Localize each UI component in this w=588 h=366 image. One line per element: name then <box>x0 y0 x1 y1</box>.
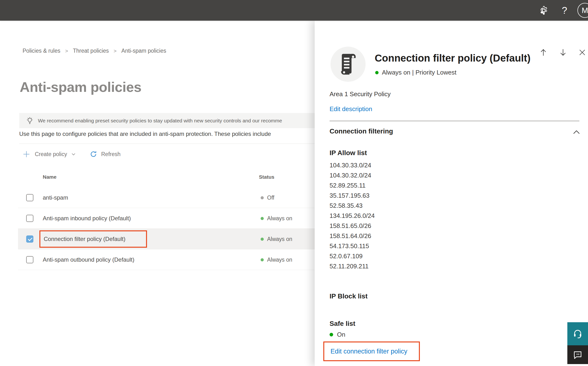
ip-entry: 104.30.32.0/24 <box>330 170 375 180</box>
ip-entry: 35.157.195.63 <box>330 191 375 201</box>
ip-entry: 52.11.209.211 <box>330 261 375 271</box>
ip-entry: 54.173.50.115 <box>330 241 375 251</box>
status-dot-on-icon <box>261 258 264 261</box>
help-button[interactable]: ? <box>558 0 571 21</box>
status-cell: Always on <box>261 215 292 222</box>
status-text: Always on <box>267 215 292 222</box>
safe-list-title: Safe list <box>330 320 355 328</box>
status-dot-on-icon <box>330 333 333 336</box>
table-row-anti-spam[interactable]: anti-spam Off <box>18 187 315 208</box>
row-checkbox[interactable] <box>26 194 33 201</box>
feedback-button[interactable] <box>567 345 588 364</box>
ip-entry: 158.51.65.0/26 <box>330 221 375 231</box>
close-panel-button[interactable] <box>577 48 587 57</box>
arrow-down-icon <box>559 48 567 57</box>
breadcrumb-separator-icon: > <box>114 48 117 54</box>
chevron-up-icon <box>573 129 580 135</box>
policy-icon-circle <box>331 47 366 82</box>
details-panel: Connection filter policy (Default) Alway… <box>315 21 588 366</box>
status-cell: Always on <box>261 236 292 242</box>
breadcrumb-policies-rules[interactable]: Policies & rules <box>22 48 60 54</box>
status-cell: Off <box>261 195 274 201</box>
status-dot-on-icon <box>261 238 264 241</box>
help-icon: ? <box>562 5 567 16</box>
safe-list-status-text: On <box>337 331 345 338</box>
close-icon <box>578 48 586 56</box>
status-dot-on-icon <box>261 217 264 220</box>
breadcrumb-anti-spam-policies[interactable]: Anti-spam policies <box>121 48 166 54</box>
policy-name[interactable]: anti-spam <box>43 194 68 201</box>
column-header-name[interactable]: Name <box>43 174 56 180</box>
panel-title: Connection filter policy (Default) <box>375 53 531 64</box>
row-checkbox[interactable] <box>26 256 33 263</box>
policy-name[interactable]: Anti-spam outbound policy (Default) <box>43 256 134 263</box>
breadcrumb-threat-policies[interactable]: Threat policies <box>73 48 109 54</box>
policy-name[interactable]: Anti-spam inbound policy (Default) <box>43 215 131 222</box>
column-header-status[interactable]: Status <box>259 174 274 180</box>
edit-connection-filter-policy-link[interactable]: Edit connection filter policy <box>331 348 407 355</box>
recommendation-banner: We recommend enabling preset security po… <box>19 113 315 128</box>
gear-icon <box>539 5 549 15</box>
arrow-up-icon <box>539 48 548 57</box>
status-dot-off-icon <box>261 196 264 199</box>
chevron-down-icon <box>71 152 76 157</box>
account-avatar[interactable]: M <box>577 3 588 18</box>
policy-description: Area 1 Security Policy <box>330 91 390 98</box>
ip-entry: 52.89.255.11 <box>330 180 375 191</box>
policy-name[interactable]: Connection filter policy (Default) <box>44 236 125 242</box>
app-window: ? M Policies & rules > Threat policies >… <box>0 0 588 366</box>
create-policy-label: Create policy <box>35 151 67 158</box>
create-policy-button[interactable]: Create policy <box>23 151 76 158</box>
ip-allow-list: 104.30.33.0/24 104.30.32.0/24 52.89.255.… <box>330 160 375 271</box>
previous-item-button[interactable] <box>538 48 548 57</box>
feedback-speech-bubble-icon <box>573 350 583 360</box>
ip-allow-list-title: IP Allow list <box>330 149 367 157</box>
refresh-label: Refresh <box>101 151 121 158</box>
edit-description-link[interactable]: Edit description <box>330 105 372 113</box>
top-bar: ? M <box>0 0 588 21</box>
collapse-section-button[interactable] <box>573 129 580 136</box>
status-text: Always on <box>267 236 292 242</box>
panel-status-text: Always on | Priority Lowest <box>382 69 456 76</box>
table-row-outbound-policy[interactable]: Anti-spam outbound policy (Default) Alwa… <box>18 249 315 270</box>
status-cell: Always on <box>261 257 292 263</box>
plus-icon <box>23 151 30 158</box>
status-text: Off <box>267 195 274 201</box>
page-title: Anti-spam policies <box>20 79 141 95</box>
next-item-button[interactable] <box>558 48 568 57</box>
avatar-initial: M <box>582 6 588 15</box>
ip-entry: 52.0.67.109 <box>330 251 375 261</box>
section-connection-filtering: Connection filtering <box>330 128 393 135</box>
panel-divider <box>330 121 579 121</box>
headset-icon <box>572 328 583 339</box>
scroll-policy-icon <box>339 53 357 75</box>
table-row-connection-filter-policy[interactable]: Connection filter policy (Default) Alway… <box>18 229 315 249</box>
banner-text: We recommend enabling preset security po… <box>38 118 282 124</box>
safe-list-status: On <box>330 331 345 338</box>
table-row-inbound-policy[interactable]: Anti-spam inbound policy (Default) Alway… <box>18 208 315 229</box>
panel-status-line: Always on | Priority Lowest <box>375 69 456 76</box>
ip-entry: 104.30.33.0/24 <box>330 160 375 170</box>
lightbulb-icon <box>26 117 34 125</box>
ip-entry: 52.58.35.43 <box>330 201 375 211</box>
ip-entry: 158.51.64.0/26 <box>330 231 375 241</box>
status-text: Always on <box>267 257 292 263</box>
toolbar: Create policy Refresh <box>23 148 121 160</box>
support-button[interactable] <box>567 322 588 345</box>
toolbar-divider <box>19 144 315 144</box>
page-description: Use this page to configure policies that… <box>19 130 315 137</box>
breadcrumb-separator-icon: > <box>65 48 68 54</box>
annotation-box-edit-link: Edit connection filter policy <box>323 342 420 361</box>
ip-block-list-title: IP Block list <box>330 292 368 300</box>
row-checkbox[interactable] <box>26 215 33 222</box>
refresh-button[interactable]: Refresh <box>76 150 121 158</box>
settings-gear-icon[interactable] <box>536 0 551 21</box>
annotation-box-connection-filter: Connection filter policy (Default) <box>39 230 147 248</box>
ip-entry: 134.195.26.0/24 <box>330 211 375 221</box>
breadcrumb: Policies & rules > Threat policies > Ant… <box>22 48 166 54</box>
refresh-icon <box>90 150 97 158</box>
row-checkbox-checked[interactable] <box>26 236 33 243</box>
status-dot-on-icon <box>375 71 379 74</box>
